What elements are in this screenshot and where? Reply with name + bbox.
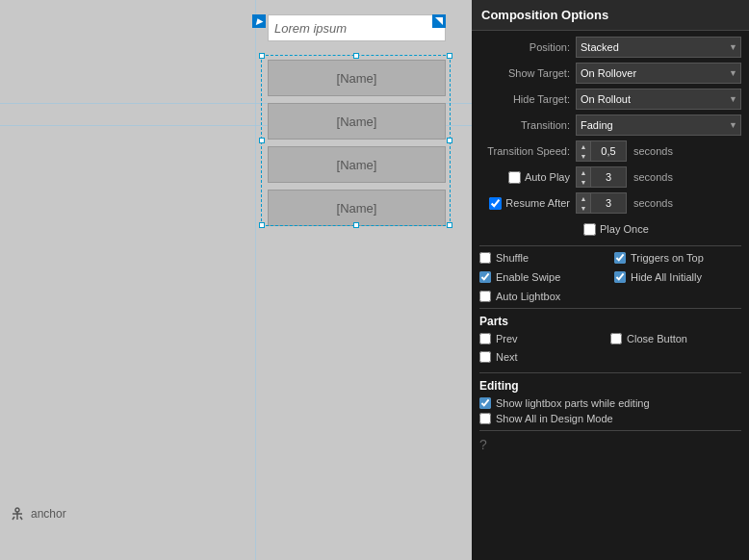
- close-button-checkbox[interactable]: [610, 333, 622, 344]
- svg-line-4: [13, 517, 14, 520]
- hide-target-dropdown[interactable]: On Rollout On Click: [576, 89, 741, 110]
- transition-row: Transition: Fading Slide None ▼: [479, 115, 741, 136]
- shuffle-row: Shuffle: [479, 252, 607, 264]
- auto-play-up[interactable]: ▲: [577, 167, 590, 177]
- hide-target-row: Hide Target: On Rollout On Click ▼: [479, 89, 741, 110]
- hide-all-initially-row: Hide All Initially: [614, 271, 741, 283]
- transition-dropdown[interactable]: Fading Slide None: [576, 115, 741, 136]
- auto-play-down[interactable]: ▼: [577, 177, 590, 187]
- blue-corner-icon: [432, 14, 446, 28]
- shuffle-label[interactable]: Shuffle: [496, 252, 529, 264]
- name-item-3-label: [Name]: [337, 158, 377, 172]
- auto-play-input[interactable]: [591, 166, 626, 188]
- resume-after-checkbox[interactable]: [489, 197, 502, 210]
- transition-speed-input[interactable]: [591, 140, 626, 162]
- composition-panel: Composition Options Position: Stacked In…: [472, 0, 749, 560]
- play-once-row: Play Once: [479, 218, 741, 240]
- show-all-design-label[interactable]: Show All in Design Mode: [496, 413, 613, 424]
- show-target-row: Show Target: On Rollover On Click ▼: [479, 63, 741, 84]
- show-lightbox-checkbox[interactable]: [479, 397, 491, 409]
- hide-all-initially-label[interactable]: Hide All Initially: [631, 271, 702, 283]
- triggers-on-top-checkbox[interactable]: [614, 252, 626, 264]
- transition-speed-up[interactable]: ▲: [577, 141, 590, 151]
- canvas-area: Lorem ipsum ▶ [Name] [Name] [Name] [Name…: [0, 0, 472, 560]
- show-lightbox-label[interactable]: Show lightbox parts while editing: [496, 397, 650, 409]
- name-item-3[interactable]: [Name]: [268, 146, 446, 183]
- show-lightbox-row: Show lightbox parts while editing: [479, 397, 741, 409]
- triggers-on-top-label[interactable]: Triggers on Top: [631, 252, 704, 264]
- editing-header: Editing: [479, 379, 741, 393]
- auto-play-spinner-wrap: ▲ ▼ seconds: [576, 166, 673, 188]
- name-item-2-label: [Name]: [337, 115, 377, 129]
- name-item-1-label: [Name]: [337, 71, 377, 86]
- play-once-checkbox[interactable]: [583, 223, 596, 236]
- auto-lightbox-row: Auto Lightbox: [479, 291, 741, 302]
- help-icon[interactable]: ?: [479, 437, 741, 452]
- resume-after-spinner: ▲ ▼: [576, 192, 627, 214]
- divider-2: [479, 308, 741, 309]
- handle-ml[interactable]: [259, 138, 265, 143]
- enable-swipe-checkbox[interactable]: [479, 271, 491, 283]
- handle-mr[interactable]: [447, 138, 452, 143]
- show-target-dropdown-wrap: On Rollover On Click ▼: [576, 63, 741, 84]
- transition-speed-down[interactable]: ▼: [577, 151, 590, 161]
- handle-br[interactable]: [447, 222, 452, 228]
- panel-title: Composition Options: [472, 0, 749, 31]
- resume-after-input[interactable]: [591, 192, 626, 214]
- lorem-ipsum-box[interactable]: Lorem ipsum ▶: [268, 14, 446, 41]
- triggers-on-top-row: Triggers on Top: [614, 252, 741, 264]
- show-all-design-row: Show All in Design Mode: [479, 413, 741, 424]
- transition-dropdown-wrap: Fading Slide None ▼: [576, 115, 741, 136]
- resume-after-spinner-wrap: ▲ ▼ seconds: [576, 192, 673, 214]
- prev-checkbox[interactable]: [479, 333, 491, 344]
- hide-target-label: Hide Target:: [479, 93, 576, 105]
- auto-play-row: Auto Play ▲ ▼ seconds: [479, 166, 741, 188]
- parts-header: Parts: [479, 315, 741, 328]
- resume-after-label[interactable]: Resume After: [505, 197, 570, 209]
- next-label[interactable]: Next: [496, 351, 518, 363]
- enable-swipe-label[interactable]: Enable Swipe: [496, 271, 560, 283]
- anchor-icon: [10, 506, 25, 522]
- transition-speed-spinbtns: ▲ ▼: [577, 141, 591, 161]
- position-dropdown-wrap: Stacked Inline Float ▼: [576, 37, 741, 58]
- position-row: Position: Stacked Inline Float ▼: [479, 37, 741, 58]
- name-item-2[interactable]: [Name]: [268, 103, 446, 140]
- svg-marker-0: [435, 17, 443, 25]
- svg-line-5: [20, 517, 22, 520]
- resume-after-seconds: seconds: [633, 197, 673, 209]
- panel-body: Position: Stacked Inline Float ▼ Show Ta…: [472, 31, 749, 458]
- handle-tm[interactable]: [353, 53, 359, 59]
- resume-after-up[interactable]: ▲: [577, 193, 590, 203]
- hide-all-initially-checkbox[interactable]: [614, 271, 626, 283]
- auto-play-label[interactable]: Auto Play: [525, 171, 570, 183]
- auto-lightbox-checkbox[interactable]: [479, 291, 491, 302]
- auto-lightbox-label[interactable]: Auto Lightbox: [496, 291, 560, 302]
- prev-label[interactable]: Prev: [496, 333, 518, 344]
- resume-after-row: Resume After ▲ ▼ seconds: [479, 192, 741, 214]
- hide-target-dropdown-wrap: On Rollout On Click ▼: [576, 89, 741, 110]
- transition-speed-row: Transition Speed: ▲ ▼ seconds: [479, 140, 741, 162]
- handle-tr[interactable]: [447, 53, 452, 59]
- show-target-dropdown[interactable]: On Rollover On Click: [576, 63, 741, 84]
- play-once-label[interactable]: Play Once: [600, 223, 649, 235]
- auto-play-checkbox[interactable]: [508, 171, 521, 184]
- auto-play-spinner: ▲ ▼: [576, 166, 627, 188]
- svg-point-1: [15, 508, 19, 512]
- enable-swipe-row: Enable Swipe: [479, 271, 607, 283]
- name-item-4[interactable]: [Name]: [268, 190, 446, 226]
- close-button-label[interactable]: Close Button: [627, 333, 687, 344]
- show-all-design-checkbox[interactable]: [479, 413, 491, 424]
- next-checkbox[interactable]: [479, 351, 491, 363]
- anchor-area: anchor: [10, 506, 66, 522]
- expand-icon: ▶: [252, 14, 266, 28]
- shuffle-checkbox[interactable]: [479, 252, 491, 264]
- transition-speed-spinner: ▲ ▼: [576, 140, 627, 162]
- handle-tl[interactable]: [259, 53, 265, 59]
- lorem-ipsum-text: Lorem ipsum: [274, 21, 347, 36]
- handle-bl[interactable]: [259, 222, 265, 228]
- auto-play-seconds: seconds: [633, 171, 673, 183]
- checkbox-grid: Shuffle Triggers on Top Enable Swipe Hid…: [479, 252, 741, 287]
- position-dropdown[interactable]: Stacked Inline Float: [576, 37, 741, 58]
- resume-after-down[interactable]: ▼: [577, 203, 590, 213]
- name-item-1[interactable]: [Name]: [268, 60, 446, 96]
